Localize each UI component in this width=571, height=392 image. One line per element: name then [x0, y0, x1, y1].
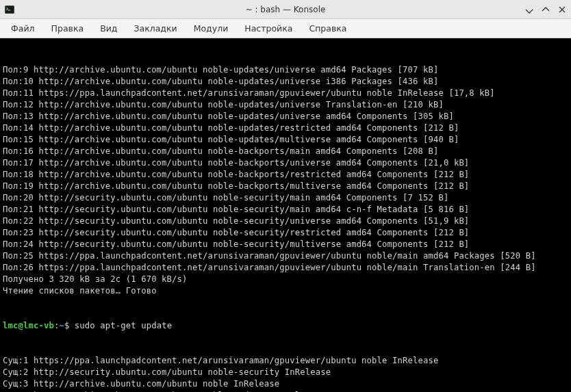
terminal-line: Сущ:2 http://security.ubuntu.com/ubuntu …: [3, 367, 568, 378]
maximize-icon[interactable]: [541, 5, 550, 14]
menu-file[interactable]: Файл: [3, 21, 43, 36]
terminal-line: Пол:24 http://security.ubuntu.com/ubuntu…: [3, 239, 568, 250]
prompt-line-1: lmc@lmc-vb:~$ sudo apt-get update: [3, 320, 568, 332]
terminal-line: Пол:15 http://archive.ubuntu.com/ubuntu …: [3, 134, 568, 146]
menu-edit[interactable]: Правка: [43, 21, 92, 36]
terminal-line: Сущ:1 https://ppa.launchpadcontent.net/a…: [3, 355, 568, 367]
terminal-line: Пол:14 http://archive.ubuntu.com/ubuntu …: [3, 122, 568, 134]
terminal-app-icon: [4, 4, 15, 15]
terminal-after-update: Сущ:1 https://ppa.launchpadcontent.net/a…: [3, 355, 568, 392]
terminal-line: Пол:16 http://archive.ubuntu.com/ubuntu …: [3, 146, 568, 157]
menu-bookmarks[interactable]: Закладки: [125, 21, 185, 36]
titlebar: ~ : bash — Konsole: [0, 0, 571, 19]
prompt-command: sudo apt-get update: [69, 321, 172, 330]
menubar: Файл Правка Вид Закладки Модули Настройк…: [0, 19, 571, 38]
terminal-line: Пол:26 https://ppa.launchpadcontent.net/…: [3, 262, 568, 274]
terminal-line: Пол:10 http://archive.ubuntu.com/ubuntu …: [3, 76, 568, 88]
terminal-line: Сущ:3 http://archive.ubuntu.com/ubuntu n…: [3, 378, 568, 390]
menu-settings[interactable]: Настройка: [236, 21, 301, 36]
terminal-line: Пол:21 http://security.ubuntu.com/ubuntu…: [3, 204, 568, 215]
terminal-line: Чтение списков пакетов… Готово: [3, 285, 568, 297]
terminal-line: Пол:17 http://archive.ubuntu.com/ubuntu …: [3, 157, 568, 169]
terminal-line: Пол:9 http://archive.ubuntu.com/ubuntu n…: [3, 64, 568, 76]
terminal-line: Пол:13 http://archive.ubuntu.com/ubuntu …: [3, 111, 568, 122]
menu-view[interactable]: Вид: [92, 21, 125, 36]
terminal-line: Пол:19 http://archive.ubuntu.com/ubuntu …: [3, 181, 568, 192]
terminal-line: Пол:22 http://security.ubuntu.com/ubuntu…: [3, 215, 568, 227]
minimize-icon[interactable]: [524, 5, 534, 14]
window-controls: [524, 5, 567, 14]
terminal-area[interactable]: Пол:9 http://archive.ubuntu.com/ubuntu n…: [0, 38, 571, 392]
terminal-line: Пол:20 http://security.ubuntu.com/ubuntu…: [3, 192, 568, 204]
menu-help[interactable]: Справка: [301, 21, 355, 36]
prompt-userhost: lmc@lmc-vb: [3, 321, 54, 330]
terminal-line: Пол:25 https://ppa.launchpadcontent.net/…: [3, 250, 568, 262]
prompt-path: ~: [59, 321, 64, 330]
terminal-line: Пол:11 https://ppa.launchpadcontent.net/…: [3, 88, 568, 99]
terminal-line: Получено 3 320 kB за 2с (1 670 kB/s): [3, 274, 568, 285]
terminal-line: Пол:12 http://archive.ubuntu.com/ubuntu …: [3, 99, 568, 111]
close-icon[interactable]: [557, 5, 567, 14]
menu-plugins[interactable]: Модули: [186, 21, 237, 36]
window-title: ~ : bash — Konsole: [246, 5, 326, 14]
terminal-line: Пол:23 http://security.ubuntu.com/ubuntu…: [3, 227, 568, 239]
terminal-scrollback: Пол:9 http://archive.ubuntu.com/ubuntu n…: [3, 64, 568, 297]
terminal-line: Пол:18 http://archive.ubuntu.com/ubuntu …: [3, 169, 568, 181]
